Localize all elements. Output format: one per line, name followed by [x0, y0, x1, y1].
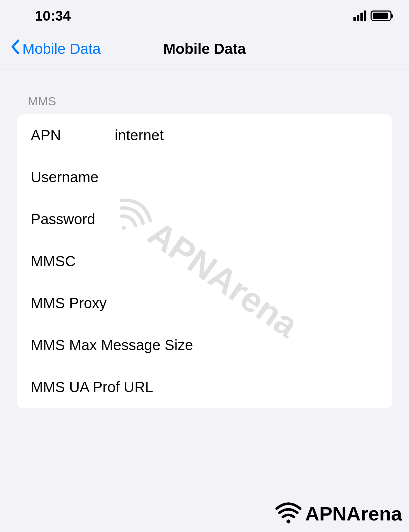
- label-mms-max-size: MMS Max Message Size: [31, 337, 193, 354]
- row-username[interactable]: Username: [17, 156, 392, 198]
- status-time: 10:34: [35, 8, 71, 24]
- settings-group-mms: APN Username Password MMSC MMS Proxy MMS…: [17, 114, 392, 408]
- input-mms-max-size[interactable]: [193, 337, 392, 354]
- battery-icon: [371, 10, 392, 21]
- input-password[interactable]: [115, 211, 392, 228]
- content-area: MMS APN Username Password MMSC MMS Proxy: [0, 70, 409, 408]
- status-indicators: [353, 10, 392, 21]
- row-mmsc[interactable]: MMSC: [17, 240, 392, 282]
- row-password[interactable]: Password: [17, 198, 392, 240]
- chevron-left-icon: [10, 39, 20, 58]
- label-mms-proxy: MMS Proxy: [31, 295, 115, 312]
- brand-text: APNArena: [305, 502, 402, 525]
- input-mms-proxy[interactable]: [115, 295, 392, 312]
- row-mms-ua-prof[interactable]: MMS UA Prof URL: [17, 366, 392, 408]
- label-password: Password: [31, 211, 115, 228]
- wifi-icon: [274, 502, 302, 525]
- signal-icon: [353, 10, 366, 21]
- input-username[interactable]: [115, 169, 392, 186]
- label-mms-ua-prof: MMS UA Prof URL: [31, 379, 153, 396]
- row-apn[interactable]: APN: [17, 114, 392, 156]
- back-button[interactable]: Mobile Data: [10, 39, 101, 58]
- back-label: Mobile Data: [22, 41, 101, 57]
- navigation-bar: Mobile Data Mobile Data: [0, 28, 409, 70]
- input-mms-ua-prof[interactable]: [153, 379, 392, 396]
- section-header-mms: MMS: [17, 94, 392, 108]
- row-mms-max-size[interactable]: MMS Max Message Size: [17, 324, 392, 366]
- page-title: Mobile Data: [163, 41, 246, 57]
- row-mms-proxy[interactable]: MMS Proxy: [17, 282, 392, 324]
- brand-logo: APNArena: [274, 502, 402, 525]
- input-apn[interactable]: [115, 127, 392, 144]
- svg-point-0: [286, 519, 290, 523]
- label-apn: APN: [31, 127, 115, 144]
- label-mmsc: MMSC: [31, 253, 115, 270]
- input-mmsc[interactable]: [115, 253, 392, 270]
- status-bar: 10:34: [0, 0, 409, 28]
- label-username: Username: [31, 169, 115, 186]
